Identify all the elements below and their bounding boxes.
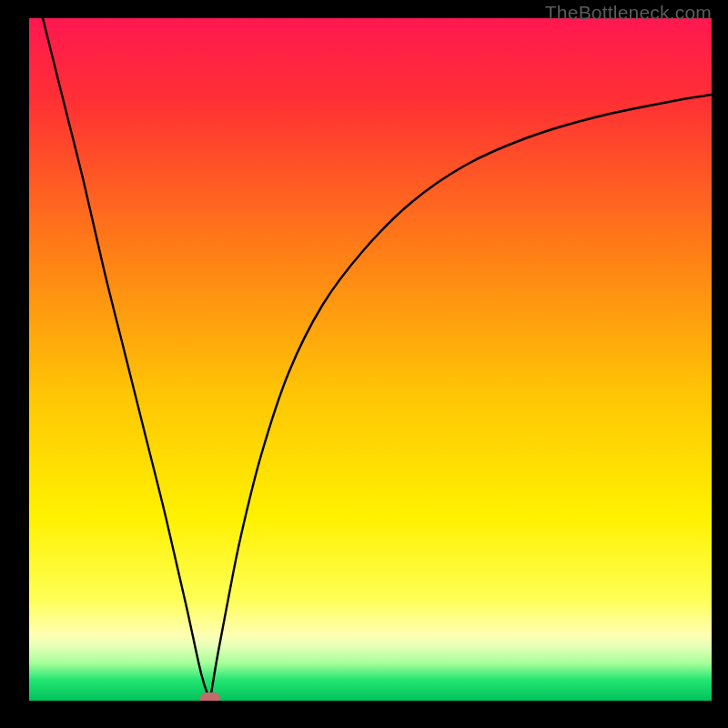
chart-frame: TheBottleneck.com: [0, 0, 728, 728]
watermark-text: TheBottleneck.com: [545, 2, 712, 24]
chart-svg: [29, 18, 712, 701]
plot-area: [29, 18, 712, 701]
gradient-background: [29, 18, 712, 701]
minimum-marker: [200, 693, 220, 701]
